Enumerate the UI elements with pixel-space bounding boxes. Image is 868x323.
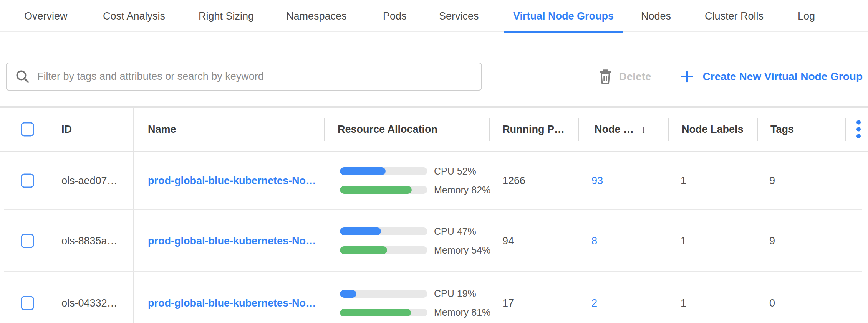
table-row: ols-04332… prod-global-blue-kubernetes-N… [0, 272, 868, 323]
resource-allocation-cell: CPU 19% Memory 81% [340, 288, 490, 318]
memory-label: Memory 82% [434, 185, 490, 196]
trash-icon [599, 69, 612, 84]
row-running-pods: 17 [502, 297, 514, 309]
memory-label: Memory 81% [434, 307, 490, 318]
cpu-bar-line: CPU 19% [340, 288, 490, 299]
tab-label: Log [798, 10, 815, 22]
header-divider [489, 118, 490, 141]
header-tags[interactable]: Tags [770, 124, 794, 135]
row-id: ols-04332… [61, 297, 118, 309]
tab-label: Nodes [641, 10, 671, 22]
cpu-bar-fill [340, 227, 381, 235]
row-running-pods: 1266 [502, 175, 525, 186]
tab-log[interactable]: Log [798, 0, 815, 32]
tab-label: Cost Analysis [103, 10, 165, 22]
header-id[interactable]: ID [61, 124, 72, 135]
tab-label: Pods [383, 10, 407, 22]
header-divider [324, 118, 325, 141]
tab-pods[interactable]: Pods [383, 0, 407, 32]
row-checkbox[interactable] [21, 296, 34, 310]
memory-bar-track [340, 309, 427, 316]
header-node-count[interactable]: Node … [595, 124, 634, 135]
row-name-link[interactable]: prod-global-blue-kubernetes-No… [148, 175, 316, 186]
memory-bar-line: Memory 82% [340, 185, 490, 196]
row-checkbox[interactable] [21, 173, 34, 188]
tab-cluster-rolls[interactable]: Cluster Rolls [705, 0, 764, 32]
search-icon [15, 69, 30, 84]
tab-label: Right Sizing [199, 10, 254, 22]
cpu-label: CPU 52% [434, 166, 476, 177]
row-node-labels: 1 [681, 235, 686, 247]
cpu-bar-fill [340, 167, 386, 175]
column-options-kebab-icon[interactable] [855, 119, 862, 140]
create-label: Create New Virtual Node Group [703, 71, 863, 83]
row-id: ols-aed07… [61, 175, 118, 186]
row-checkbox[interactable] [21, 234, 34, 248]
tab-label: Overview [24, 10, 68, 22]
tab-namespaces[interactable]: Namespaces [286, 0, 347, 32]
tab-right-sizing[interactable]: Right Sizing [199, 0, 254, 32]
tab-virtual-node-groups[interactable]: Virtual Node Groups [513, 0, 614, 32]
header-divider [578, 118, 579, 141]
resource-allocation-cell: CPU 52% Memory 82% [340, 166, 490, 196]
cpu-bar-track [340, 227, 427, 235]
header-divider [757, 118, 758, 141]
table-row: ols-aed07… prod-global-blue-kubernetes-N… [0, 152, 868, 209]
row-node-count-link[interactable]: 8 [591, 235, 597, 247]
table-header-row: ID Name Resource Allocation Running P… N… [0, 108, 868, 151]
table-row: ols-8835a… prod-global-blue-kubernetes-N… [0, 210, 868, 271]
memory-bar-line: Memory 81% [340, 307, 490, 318]
header-divider [845, 118, 846, 141]
select-all-checkbox[interactable] [21, 122, 34, 137]
header-running-pods[interactable]: Running P… [502, 124, 565, 135]
cpu-bar-line: CPU 47% [340, 226, 490, 237]
row-name-link[interactable]: prod-global-blue-kubernetes-No… [148, 235, 316, 247]
tab-overview[interactable]: Overview [24, 0, 68, 32]
row-tags: 0 [769, 297, 775, 309]
cpu-bar-line: CPU 52% [340, 166, 490, 177]
row-tags: 9 [769, 235, 775, 247]
cpu-label: CPU 47% [434, 226, 476, 237]
sort-descending-icon[interactable]: ↓ [641, 123, 646, 136]
row-node-count-link[interactable]: 2 [591, 297, 597, 309]
cpu-bar-track [340, 167, 427, 175]
memory-bar-fill [340, 186, 412, 194]
cpu-bar-fill [340, 290, 356, 298]
row-running-pods: 94 [502, 235, 514, 247]
tab-label: Virtual Node Groups [513, 10, 614, 22]
toolbar-actions: Delete Create New Virtual Node Group [599, 63, 863, 91]
row-node-count-link[interactable]: 93 [591, 175, 603, 186]
tab-label: Services [439, 10, 479, 22]
row-name-link[interactable]: prod-global-blue-kubernetes-No… [148, 297, 316, 309]
tab-cost-analysis[interactable]: Cost Analysis [103, 0, 165, 32]
row-node-labels: 1 [681, 175, 686, 186]
header-name[interactable]: Name [148, 124, 176, 135]
filter-search-box[interactable] [6, 63, 482, 91]
memory-bar-fill [340, 246, 387, 254]
delete-label: Delete [619, 71, 651, 83]
memory-bar-fill [340, 309, 411, 316]
header-node-labels[interactable]: Node Labels [682, 124, 744, 135]
virtual-node-groups-page: Overview Cost Analysis Right Sizing Name… [0, 0, 868, 323]
row-node-labels: 1 [681, 297, 686, 309]
cpu-label: CPU 19% [434, 288, 476, 299]
search-input[interactable] [37, 71, 475, 82]
memory-bar-track [340, 246, 427, 254]
memory-bar-track [340, 186, 427, 194]
create-virtual-node-group-button[interactable]: Create New Virtual Node Group [681, 70, 863, 83]
delete-button[interactable]: Delete [599, 69, 651, 84]
plus-icon [681, 70, 694, 83]
tab-label: Namespaces [286, 10, 347, 22]
header-divider [668, 118, 669, 141]
memory-label: Memory 54% [434, 245, 490, 256]
row-id: ols-8835a… [61, 235, 118, 247]
memory-bar-line: Memory 54% [340, 245, 490, 256]
tab-nodes[interactable]: Nodes [641, 0, 671, 32]
resource-allocation-cell: CPU 47% Memory 54% [340, 226, 490, 256]
tab-services[interactable]: Services [439, 0, 479, 32]
header-resource-allocation[interactable]: Resource Allocation [338, 124, 437, 135]
row-tags: 9 [769, 175, 775, 186]
cpu-bar-track [340, 290, 427, 298]
tab-label: Cluster Rolls [705, 10, 764, 22]
top-tab-bar: Overview Cost Analysis Right Sizing Name… [0, 0, 868, 32]
